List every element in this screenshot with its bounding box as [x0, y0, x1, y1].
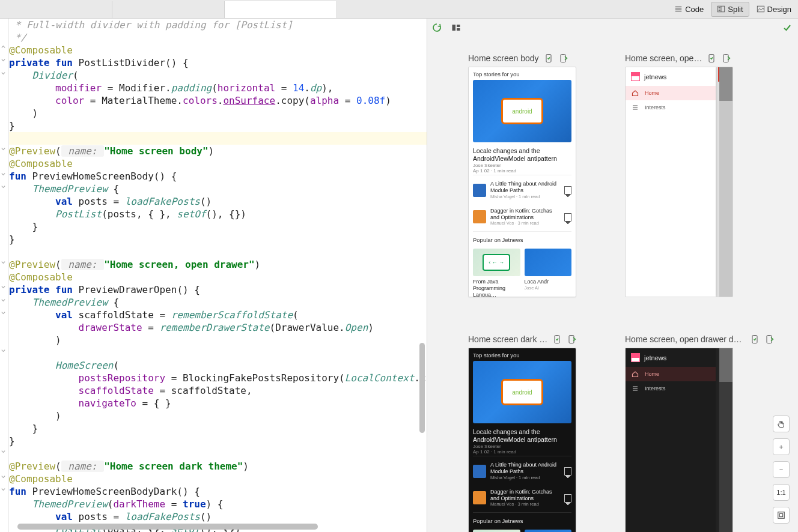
- preview-device[interactable]: Top stories for you android Locale chang…: [468, 67, 576, 297]
- fold-icon[interactable]: [1, 43, 6, 48]
- fold-icon[interactable]: [1, 447, 6, 453]
- drawer-item-interests: Interests: [626, 100, 716, 115]
- svg-rect-26: [778, 512, 785, 519]
- hero-image: android: [473, 80, 571, 142]
- bookmark-icon: [564, 186, 571, 194]
- preview-title: Home screen, ope…: [625, 53, 702, 63]
- fold-icon[interactable]: [1, 258, 6, 264]
- image-icon: [757, 5, 765, 13]
- svg-rect-22: [767, 336, 772, 343]
- deploy-icon[interactable]: [544, 53, 553, 63]
- svg-rect-21: [752, 336, 757, 343]
- view-mode-label: Code: [685, 5, 704, 14]
- list-item: Dagger in Kotlin: Gotchas and Optimizati…: [469, 204, 576, 231]
- preview-device[interactable]: jetnews Home Interests: [625, 348, 733, 532]
- view-mode-label: Design: [767, 5, 791, 14]
- svg-rect-14: [709, 55, 714, 62]
- preview-home-screen-dark: Home screen dark … Top stories for you a…: [468, 334, 596, 532]
- svg-rect-12: [546, 55, 551, 62]
- fold-icon[interactable]: [1, 183, 6, 188]
- preview-device[interactable]: Top stories for you android Locale chang…: [468, 348, 576, 532]
- status-ok-icon[interactable]: [782, 23, 792, 34]
- section-header: Top stories for you: [469, 348, 576, 361]
- deploy-icon[interactable]: [552, 334, 562, 344]
- vertical-scrollbar[interactable]: [419, 343, 425, 433]
- fold-icon[interactable]: [1, 170, 6, 175]
- fold-icon[interactable]: [1, 283, 6, 288]
- fold-icon[interactable]: [1, 346, 6, 352]
- preview-toolbar: [427, 19, 798, 37]
- interactive-icon[interactable]: [558, 53, 568, 63]
- list-icon: [674, 5, 683, 13]
- drawer-item-home: Home: [626, 86, 716, 100]
- popular-card: [525, 530, 572, 532]
- code-editor[interactable]: * Full-width divider with padding for [P…: [9, 19, 427, 532]
- horizontal-scrollbar[interactable]: [17, 524, 423, 530]
- fold-icon[interactable]: [1, 309, 6, 314]
- split-icon: [717, 5, 725, 13]
- surface-layout-icon[interactable]: [451, 23, 461, 32]
- fold-icon[interactable]: [1, 145, 6, 150]
- preview-home-screen-open-drawer: Home screen, ope… jetnews Home: [625, 53, 774, 297]
- section-header: Top stories for you: [469, 67, 576, 80]
- interactive-icon[interactable]: [567, 334, 576, 344]
- svg-rect-13: [561, 55, 565, 62]
- svg-rect-11: [457, 28, 460, 31]
- current-line-highlight: [9, 132, 427, 145]
- preview-title: Home screen dark …: [468, 334, 547, 344]
- list-icon: [632, 385, 639, 392]
- app-name: jetnews: [644, 73, 666, 80]
- app-logo-icon: [631, 353, 640, 362]
- preview-device[interactable]: jetnews Home Interests: [625, 67, 733, 297]
- drawer-item-home: Home: [626, 367, 716, 381]
- app-name: jetnews: [644, 354, 666, 361]
- popular-card: ‹ ← →: [473, 530, 520, 532]
- fold-icon[interactable]: [1, 485, 6, 491]
- home-icon: [632, 370, 639, 378]
- svg-rect-9: [452, 25, 456, 31]
- gutter: [0, 19, 9, 532]
- android-word: android: [501, 98, 543, 124]
- zoom-reset-button[interactable]: 1:1: [773, 484, 790, 501]
- pan-button[interactable]: [773, 416, 790, 432]
- list-item: A Little Thing about Android Module Path…: [469, 177, 576, 204]
- view-mode-split[interactable]: Split: [711, 2, 749, 17]
- list-item: Dagger in Kotlin: Gotchas and Optimizati…: [469, 485, 576, 512]
- zoom-out-button[interactable]: －: [773, 461, 790, 478]
- popular-card: Loca AndrJose Al: [525, 249, 572, 297]
- zoom-fit-button[interactable]: [773, 507, 790, 524]
- deploy-icon[interactable]: [707, 53, 716, 63]
- svg-rect-10: [457, 25, 460, 27]
- post-title: Locale changes and the AndroidViewModel …: [469, 423, 576, 444]
- zoom-in-button[interactable]: ＋: [773, 438, 790, 455]
- preview-title: Home screen body: [468, 53, 539, 63]
- view-mode-design[interactable]: Design: [751, 2, 797, 17]
- drawer-item-interests: Interests: [626, 381, 716, 396]
- list-item: A Little Thing about Android Module Path…: [469, 458, 576, 485]
- home-icon: [632, 89, 639, 97]
- tab-slot[interactable]: [0, 1, 112, 18]
- code-editor-pane: 4 * Full-width divider with padding for …: [0, 19, 427, 532]
- post-title: Locale changes and the AndroidViewModel …: [469, 142, 576, 163]
- deploy-icon[interactable]: [750, 334, 760, 344]
- preview-title: Home screen, open drawer dar…: [625, 334, 745, 344]
- svg-rect-27: [779, 513, 782, 516]
- hero-image: android: [473, 361, 571, 423]
- refresh-icon[interactable]: [432, 23, 442, 32]
- fold-icon[interactable]: [1, 69, 6, 74]
- svg-rect-8: [757, 6, 764, 12]
- app-logo-icon: [631, 72, 640, 81]
- view-mode-label: Split: [728, 5, 743, 14]
- fold-icon[interactable]: [1, 56, 6, 61]
- section-header: Popular on Jetnews: [469, 514, 576, 527]
- section-header: Popular on Jetnews: [469, 233, 576, 246]
- fold-icon[interactable]: [1, 296, 6, 301]
- view-mode-code[interactable]: Code: [668, 2, 710, 17]
- compose-preview-pane: Home screen body Top stories for you and…: [427, 19, 798, 532]
- fold-icon[interactable]: [1, 473, 6, 478]
- nav-drawer: jetnews Home Interests: [626, 67, 716, 297]
- tab-slot[interactable]: [225, 1, 337, 18]
- interactive-icon[interactable]: [764, 334, 774, 344]
- tab-slot[interactable]: [112, 1, 225, 18]
- interactive-icon[interactable]: [721, 53, 731, 63]
